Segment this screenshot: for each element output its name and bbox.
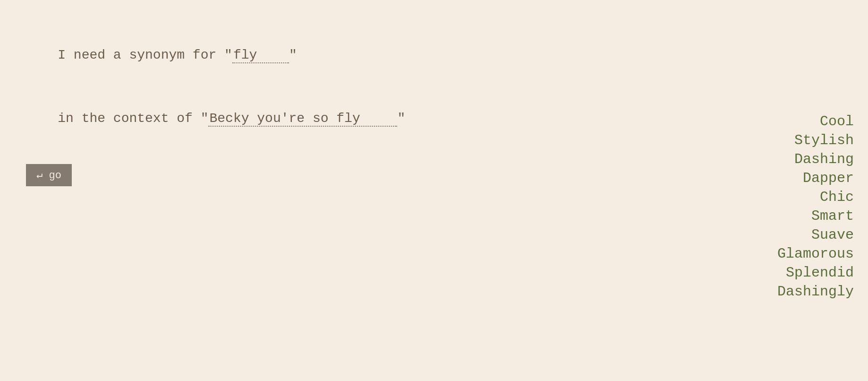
synonym-item[interactable]: Glamorous — [777, 246, 854, 262]
prompt-line-2: in the context of "" — [26, 87, 842, 150]
prompt-suffix-2: " — [397, 111, 405, 126]
synonym-item[interactable]: Suave — [811, 227, 854, 243]
synonym-item[interactable]: Dashingly — [777, 284, 854, 300]
prompt-suffix-1: " — [289, 48, 297, 62]
context-input[interactable] — [208, 111, 397, 127]
synonym-item[interactable]: Stylish — [794, 132, 854, 148]
word-input[interactable] — [232, 48, 289, 63]
synonym-item[interactable]: Cool — [820, 113, 854, 130]
main-content: I need a synonym for "" in the context o… — [0, 0, 868, 210]
synonym-item[interactable]: Dapper — [803, 170, 854, 186]
prompt-prefix-2: in the context of " — [58, 111, 208, 126]
prompt-prefix-1: I need a synonym for " — [58, 48, 232, 62]
synonym-item[interactable]: Dashing — [794, 151, 854, 167]
go-button[interactable]: ↵ go — [26, 164, 72, 186]
synonym-item[interactable]: Chic — [820, 189, 854, 205]
synonyms-list: CoolStylishDashingDapperChicSmartSuaveGl… — [777, 113, 868, 300]
synonym-item[interactable]: Splendid — [786, 265, 854, 281]
synonym-item[interactable]: Smart — [811, 208, 854, 224]
prompt-line-1: I need a synonym for "" — [26, 24, 842, 87]
